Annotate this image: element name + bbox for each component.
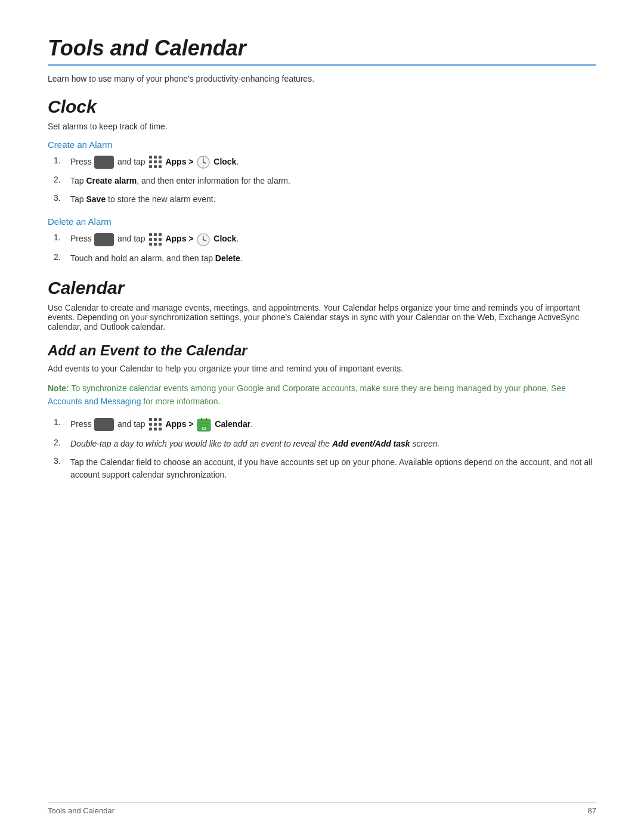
svg-point-4 [203, 162, 204, 163]
delete-alarm-step-2: 2. Touch and hold an alarm, and then tap… [48, 252, 596, 265]
apps-grid-icon-1 [149, 156, 162, 169]
create-alarm-steps: 1. Press and tap Apps > [48, 156, 596, 206]
add-event-step-3: 3. Tap the Calendar field to choose an a… [48, 456, 596, 481]
add-event-step-1: 1. Press and tap Apps > [48, 417, 596, 432]
clock-icon-2 [197, 233, 210, 246]
accounts-messaging-link[interactable]: Accounts and Messaging [48, 397, 141, 406]
clock-label-1: Clock [213, 157, 236, 166]
apps-label-2: Apps > [165, 234, 193, 243]
add-event-steps: 1. Press and tap Apps > [48, 417, 596, 481]
calendar-description: Use Calendar to create and manage events… [48, 303, 596, 332]
delete-step-number-2: 2. [54, 252, 68, 262]
create-alarm-step-3: 3. Tap Save to store the new alarm event… [48, 193, 596, 206]
delete-alarm-subsection: Delete an Alarm 1. Press and tap Apps > [48, 216, 596, 264]
delete-alarm-steps: 1. Press and tap Apps > [48, 233, 596, 264]
add-event-title: Add an Event to the Calendar [48, 342, 596, 359]
clock-label-2: Clock [213, 234, 236, 243]
svg-text:12: 12 [203, 166, 205, 168]
apps-label-3: Apps > [165, 419, 193, 429]
calendar-title: Calendar [48, 278, 596, 298]
delete-step-number-1: 1. [54, 233, 68, 242]
add-event-subsection: Add an Event to the Calendar Add events … [48, 342, 596, 482]
title-divider [48, 64, 596, 66]
add-event-description: Add events to your Calendar to help you … [48, 364, 596, 373]
create-alarm-step-2: 2. Tap Create alarm, and then enter info… [48, 175, 596, 187]
clock-title: Clock [48, 97, 596, 117]
clock-section: Clock Set alarms to keep track of time. … [48, 97, 596, 265]
footer-left: Tools and Calendar [48, 806, 114, 815]
svg-rect-21 [206, 418, 207, 421]
add-event-step-number-1: 1. [54, 417, 68, 427]
svg-text:31: 31 [202, 426, 206, 431]
page-footer: Tools and Calendar 87 [48, 802, 596, 815]
step-2-content: Tap Create alarm, and then enter informa… [70, 175, 596, 187]
create-alarm-step-1: 1. Press and tap Apps > [48, 156, 596, 169]
add-event-step-2: 2. Double-tap a day to which you would l… [48, 438, 596, 450]
step-1-content: Press and tap Apps > 12 [70, 156, 596, 169]
add-event-step-number-3: 3. [54, 456, 68, 466]
apps-grid-icon-3 [149, 418, 162, 431]
svg-rect-14 [197, 422, 210, 423]
note-block: Note: To synchronize calendar events amo… [48, 382, 596, 408]
note-label: Note: [48, 383, 69, 393]
step-3-content: Tap Save to store the new alarm event. [70, 193, 596, 206]
footer-right: 87 [588, 806, 596, 815]
step-number-1: 1. [54, 156, 68, 165]
clock-icon-1: 12 12 [197, 156, 210, 169]
delete-step-2-content: Touch and hold an alarm, and then tap De… [70, 252, 596, 265]
home-button-3 [94, 418, 114, 431]
add-event-step-2-content: Double-tap a day to which you would like… [70, 438, 596, 450]
intro-text: Learn how to use many of your phone's pr… [48, 74, 596, 83]
svg-rect-20 [201, 418, 202, 421]
home-button-2 [94, 233, 114, 246]
add-event-step-number-2: 2. [54, 438, 68, 447]
clock-subtitle: Set alarms to keep track of time. [48, 122, 596, 131]
create-alarm-title: Create an Alarm [48, 140, 596, 150]
svg-text:12: 12 [203, 156, 205, 159]
add-event-step-3-content: Tap the Calendar field to choose an acco… [70, 456, 596, 481]
apps-label-1: Apps > [165, 157, 193, 166]
create-alarm-subsection: Create an Alarm 1. Press and tap Apps > [48, 140, 596, 206]
step-number-2: 2. [54, 175, 68, 184]
calendar-label-1: Calendar [215, 419, 250, 429]
delete-alarm-step-1: 1. Press and tap Apps > [48, 233, 596, 246]
delete-step-1-content: Press and tap Apps > Clock. [70, 233, 596, 246]
calendar-section: Calendar Use Calendar to create and mana… [48, 278, 596, 482]
apps-grid-icon-2 [149, 233, 162, 246]
page-title: Tools and Calendar [48, 36, 596, 61]
calendar-icon-1: 31 [197, 417, 211, 432]
home-button-1 [94, 156, 114, 169]
add-event-step-1-content: Press and tap Apps > [70, 417, 596, 432]
svg-point-11 [203, 239, 204, 240]
delete-alarm-title: Delete an Alarm [48, 216, 596, 227]
step-number-3: 3. [54, 193, 68, 203]
